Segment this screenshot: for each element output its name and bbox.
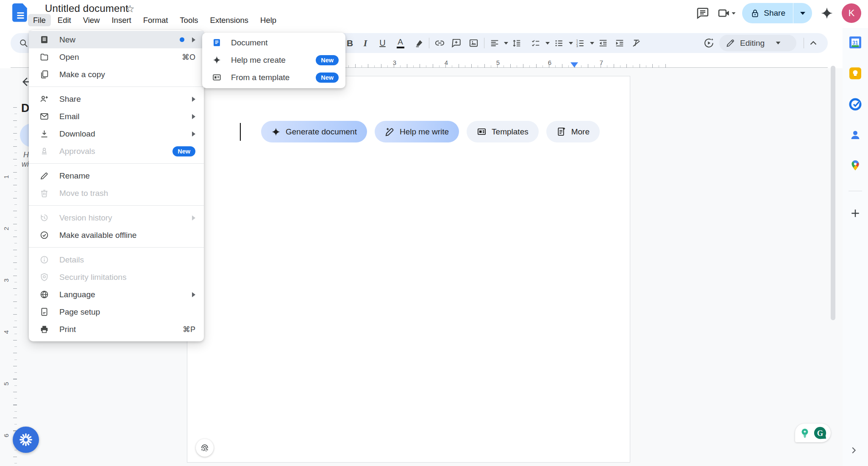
highlight-color-button[interactable] [412,36,426,50]
chevron-down-icon [800,12,805,15]
menu-item-email[interactable]: Email [29,108,204,125]
file-menu: New Open ⌘O Make a copy Share Email Down… [29,30,204,341]
toolbar-separator [484,38,484,48]
grammarly-logo-icon: G [813,426,827,440]
templates-button[interactable]: Templates [467,121,539,142]
insert-image-button[interactable] [466,36,481,50]
gemini-fab[interactable] [13,427,39,453]
hide-menus-button[interactable] [806,36,821,50]
smart-canvas-buttons: Generate document Help me write Template… [261,121,600,142]
email-icon [39,112,49,121]
info-icon [39,255,49,264]
increase-indent-button[interactable] [612,36,627,50]
menu-item-language[interactable]: Language [29,286,204,303]
google-contacts-button[interactable] [848,128,862,142]
checklist-icon [531,39,540,48]
menubar-item-file[interactable]: File [28,14,51,26]
fingerprint-icon [200,443,210,453]
menu-item-download[interactable]: Download [29,125,204,142]
menu-item-print[interactable]: Print ⌘P [29,321,204,338]
search-icon [19,39,28,48]
motion-button[interactable] [701,36,716,50]
template-icon [211,73,222,82]
new-badge: New [316,55,339,65]
header: Untitled document ☆ FileEditViewInsertFo… [0,0,868,28]
google-calendar-button[interactable]: 31 [848,35,862,50]
submenu-item-document[interactable]: Document [202,34,345,51]
menubar-item-extensions[interactable]: Extensions [205,14,254,26]
editing-mode-dropdown[interactable]: Editing [719,35,796,51]
more-button[interactable]: More [546,121,600,142]
menu-item-make-available-offline[interactable]: Make available offline [29,226,204,244]
align-button[interactable] [487,36,502,50]
menubar-item-help[interactable]: Help [255,14,281,26]
account-avatar[interactable]: K [842,3,861,23]
menu-item-make-a-copy[interactable]: Make a copy [29,66,204,83]
menubar-item-view[interactable]: View [78,14,105,26]
menubar-item-insert[interactable]: Insert [106,14,136,26]
italic-button[interactable]: I [359,36,373,50]
vertical-scrollbar[interactable] [831,66,835,320]
menubar-item-edit[interactable]: Edit [53,14,76,26]
menubar-item-tools[interactable]: Tools [175,14,203,26]
page-indicator-button[interactable] [196,439,214,457]
clear-formatting-button[interactable] [629,36,644,50]
v-ruler-number: 2 [3,227,10,230]
decrease-indent-button[interactable] [595,36,610,50]
person-add-icon [39,95,49,103]
comment-icon [696,7,709,20]
menu-item-open[interactable]: Open ⌘O [29,48,204,66]
clear-formatting-icon [632,38,641,48]
header-actions: Share K [694,3,861,23]
templates-label: Templates [492,127,529,137]
document-title[interactable]: Untitled document [45,3,128,14]
star-icon[interactable]: ☆ [125,3,135,15]
menu-item-share[interactable]: Share [29,90,204,108]
h-ruler-number: 6 [548,59,551,66]
get-addons-button[interactable] [848,206,862,220]
align-dropdown-icon[interactable] [504,42,508,45]
insert-link-button[interactable] [432,36,447,50]
gemini-button[interactable] [818,4,836,22]
share-button-main[interactable]: Share [742,3,793,23]
submenu-item-from-a-template[interactable]: From a template New [202,69,345,86]
indent-marker[interactable] [570,62,578,67]
google-tasks-button[interactable] [848,97,862,112]
menu-item-move-to-trash: Move to trash [29,184,204,202]
underline-button[interactable]: U [375,36,390,50]
checklist-button[interactable] [528,36,543,50]
menu-item-version-history: Version history [29,209,204,226]
menu-item-new[interactable]: New [29,31,204,48]
generate-document-button[interactable]: Generate document [261,121,367,142]
checklist-dropdown-icon[interactable] [545,42,550,45]
text-color-button[interactable]: A [393,36,408,50]
line-spacing-icon [512,39,521,48]
italic-icon: I [364,38,369,49]
submenu-item-help-me-create[interactable]: Help me create New [202,51,345,69]
menubar-item-format[interactable]: Format [138,14,173,26]
add-comment-button[interactable] [449,36,464,50]
share-button[interactable]: Share [742,3,812,23]
numbered-list-dropdown-icon[interactable] [590,42,594,45]
menu-item-security-limitations: Security limitations [29,268,204,286]
vertical-ruler[interactable]: 123456 [6,68,17,466]
grammarly-widget[interactable]: G [795,424,831,442]
menu-item-rename[interactable]: Rename [29,167,204,184]
menu-item-page-setup[interactable]: Page setup [29,303,204,321]
share-dropdown-button[interactable] [793,3,812,23]
bulleted-list-button[interactable] [551,36,566,50]
editing-mode-label: Editing [740,39,765,48]
show-side-panel-button[interactable] [847,444,860,457]
google-keep-button[interactable] [848,66,862,81]
join-call-button[interactable] [718,7,736,20]
companion-side-panel: 31 [843,28,868,466]
open-comments-button[interactable] [694,4,712,22]
bulleted-list-icon [554,39,564,48]
line-spacing-button[interactable] [509,36,524,50]
h-ruler-number: 5 [496,59,500,66]
numbered-list-button[interactable]: 123 [573,36,587,50]
submenu-arrow-icon [192,215,195,220]
generate-document-label: Generate document [286,127,357,137]
help-me-write-button[interactable]: Help me write [375,121,459,142]
google-maps-button[interactable] [848,158,862,173]
